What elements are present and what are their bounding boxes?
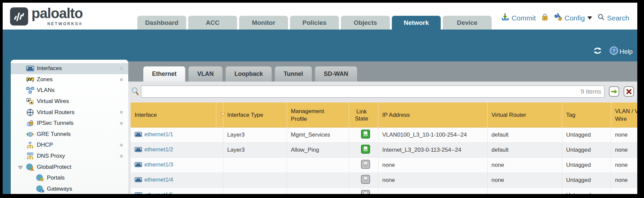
sidebar-item-globalprotect[interactable]: GlobalProtect	[11, 161, 128, 172]
ethernet-port-icon	[135, 177, 142, 182]
table-row: ethernet1/2 Layer3 Allow_Ping	[131, 143, 637, 158]
dns-proxy-icon: DNS	[26, 152, 34, 160]
svg-text:?: ?	[613, 48, 615, 53]
gateways-icon	[36, 185, 44, 193]
sidebar-item-vlans[interactable]: VLANs	[11, 85, 128, 96]
interface-link[interactable]: ethernet1/1	[135, 131, 173, 138]
interface-link[interactable]: ethernet1/4	[135, 177, 173, 183]
column-header-management-profile[interactable]: Management Profile	[287, 103, 349, 128]
sidebar-item-dhcp[interactable]: IP DHCP	[11, 140, 128, 151]
sidebar-item-portals[interactable]: Portals	[11, 172, 128, 184]
subtab-loopback[interactable]: Loopback	[225, 66, 272, 82]
help-button[interactable]: ? Help	[610, 46, 633, 57]
column-header-interface[interactable]: Interface	[131, 103, 216, 128]
interface-link[interactable]: ethernet1/5	[135, 192, 173, 194]
item-dot	[120, 78, 123, 81]
tab-objects[interactable]: Objects	[341, 16, 390, 30]
interfaces-table: Interface Interface Type Management Prof…	[131, 102, 637, 194]
commit-icon	[501, 13, 509, 23]
dhcp-icon: IP	[26, 141, 34, 149]
tab-dashboard[interactable]: Dashboard	[137, 16, 186, 30]
filter-row: 9 items	[131, 86, 634, 98]
config-icon	[554, 13, 563, 23]
subtab-sdwan[interactable]: SD-WAN	[315, 66, 357, 82]
sort-triangle-icon	[220, 112, 225, 118]
globalprotect-icon	[26, 163, 34, 171]
column-header-ip-address[interactable]: IP Address	[378, 103, 487, 128]
item-dot	[120, 111, 123, 114]
network-sidebar: Interfaces Zones	[11, 60, 128, 194]
column-header-virtual-router[interactable]: Virtual Router	[487, 103, 562, 128]
refresh-icon	[593, 47, 602, 56]
ethernet-port-icon	[135, 192, 142, 194]
sidebar-item-virtual-wires[interactable]: Virtual Wires	[11, 96, 128, 107]
tab-network[interactable]: Network	[392, 16, 441, 30]
tab-acc[interactable]: ACC	[188, 16, 237, 30]
virtual-routers-icon	[26, 109, 34, 116]
link-down-icon	[361, 190, 370, 194]
expander-icon[interactable]	[18, 165, 23, 171]
filter-input[interactable]	[141, 86, 604, 98]
help-icon: ?	[610, 46, 618, 57]
sidebar-item-virtual-routers[interactable]: Virtual Routers	[11, 107, 128, 118]
search-button[interactable]: Search	[597, 13, 629, 22]
item-dot	[120, 144, 123, 147]
sidebar-item-dns-proxy[interactable]: DNS DNS Proxy	[11, 151, 128, 162]
table-header-row: Interface Interface Type Management Prof…	[131, 103, 637, 128]
ethernet-port-icon	[135, 132, 142, 137]
column-header-tag[interactable]: Tag	[562, 103, 611, 128]
column-header-link-state[interactable]: Link State	[349, 103, 378, 128]
config-menu-button[interactable]: Config	[554, 13, 592, 23]
app-window: paloalto NETWORKS® Dashboard ACC Monitor…	[3, 3, 637, 194]
sidebar-item-gre-tunnels[interactable]: GRE Tunnels	[11, 129, 128, 140]
subtab-ethernet[interactable]: Ethernet	[143, 66, 186, 82]
chevron-down-icon	[587, 16, 592, 19]
commit-button[interactable]: Commit	[501, 13, 535, 23]
filter-magnifier-icon	[131, 87, 139, 98]
sidebar-item-interfaces[interactable]: Interfaces	[11, 63, 128, 74]
lock-icon	[541, 13, 549, 23]
gre-tunnels-icon	[26, 131, 34, 138]
link-up-icon	[361, 130, 370, 139]
ipsec-tunnels-icon	[26, 119, 34, 127]
item-dot	[120, 122, 123, 125]
lock-button[interactable]	[541, 13, 549, 23]
sidebar-item-zones[interactable]: Zones	[11, 74, 128, 85]
item-dot	[120, 155, 123, 158]
top-toolbar: Commit	[501, 13, 629, 23]
table-row: ethernet1/5 none	[131, 188, 637, 194]
refresh-button[interactable]	[593, 47, 602, 56]
tab-monitor[interactable]: Monitor	[239, 16, 288, 30]
clear-filter-button[interactable]	[624, 86, 634, 97]
ethernet-content: 9 items	[128, 82, 637, 194]
interface-link[interactable]: ethernet1/3	[135, 161, 173, 168]
ethernet-port-icon	[135, 147, 142, 152]
column-header-interface-type[interactable]: Interface Type	[223, 103, 287, 128]
paloalto-logo: paloalto NETWORKS®	[10, 5, 83, 26]
search-icon	[597, 13, 605, 22]
zones-icon	[26, 76, 34, 83]
tab-policies[interactable]: Policies	[290, 16, 339, 30]
svg-text:DNS: DNS	[27, 152, 33, 155]
subtab-tunnel[interactable]: Tunnel	[275, 66, 312, 82]
teal-banner: ? Help	[3, 30, 637, 61]
subtab-vlan[interactable]: VLAN	[188, 66, 223, 82]
column-sort-dropdown[interactable]	[216, 103, 223, 128]
table-row: ethernet1/4 none	[131, 173, 637, 188]
column-header-vlan-wire[interactable]: VLAN / Virtual Wire	[611, 103, 637, 128]
portals-icon	[36, 174, 44, 182]
apply-filter-button[interactable]	[609, 86, 619, 97]
virtual-wires-icon	[26, 98, 34, 105]
sidebar-item-gateways[interactable]: Gateways	[11, 184, 128, 194]
ethernet-port-icon	[135, 162, 142, 167]
link-down-icon	[361, 160, 370, 169]
logo-brand-text: paloalto	[31, 5, 83, 21]
main-nav-tabs: Dashboard ACC Monitor Policies Objects N…	[137, 16, 492, 30]
tab-device[interactable]: Device	[443, 16, 492, 30]
green-arrow-icon	[611, 89, 618, 94]
link-up-icon	[361, 145, 370, 154]
svg-text:IP: IP	[29, 141, 31, 145]
main-panel: Ethernet VLAN Loopback Tunnel SD-WAN 9 i	[128, 61, 637, 194]
sidebar-item-ipsec-tunnels[interactable]: IPSec Tunnels	[11, 118, 128, 129]
interface-link[interactable]: ethernet1/2	[135, 146, 173, 153]
